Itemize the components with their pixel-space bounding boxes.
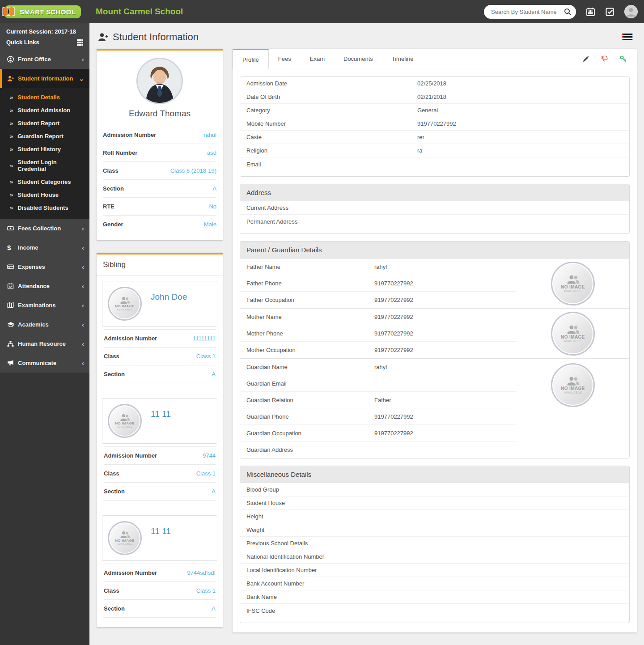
detail-row: Guardian Phone 919770227992 — [240, 408, 517, 425]
misc-list: Blood Group Student House He — [240, 483, 629, 617]
tab-fees[interactable]: Fees — [269, 49, 301, 69]
detail-row: Current Address — [240, 201, 629, 215]
detail-row: Guardian Name rahyl — [240, 359, 517, 375]
detail-row: Guardian Address — [240, 441, 517, 458]
sidebar-filler — [0, 373, 89, 645]
detail-row: Student House — [240, 496, 629, 510]
submenu-student-history[interactable]: »Student History — [0, 143, 89, 156]
panel-menu-icon[interactable] — [619, 30, 636, 43]
top-bar: SMART SCHOOL Mount Carmel School — [0, 0, 644, 23]
sibling-detail-list: Admission Number 9744sdfsdf Class Class … — [97, 564, 222, 617]
sibling-name[interactable]: 11 11 — [151, 526, 171, 536]
sibling-detail-list: Admission Number 11111111 Class Class 1 — [97, 329, 222, 383]
sibling-card: Sibling NO IMAGE AVAILABLE — [97, 253, 223, 627]
sibling-name[interactable]: John Doe — [151, 292, 187, 302]
tab-profile[interactable]: Profile — [233, 49, 269, 69]
student-detail-row: Admission Number rahul — [103, 126, 216, 144]
sibling-name[interactable]: 11 11 — [151, 409, 171, 419]
sibling-box[interactable]: NO IMAGE AVAILABLE John Doe — [102, 281, 217, 327]
detail-row: National Identification Number — [240, 550, 629, 564]
divider — [103, 500, 216, 510]
chevron-left-icon: ‹ — [82, 244, 84, 251]
submenu-student-categories[interactable]: »Student Categories — [0, 175, 89, 188]
student-summary-card: Edward Thomas Admission Number rahul Rol… — [97, 49, 223, 240]
sibling-box[interactable]: NO IMAGE AVAILABLE 11 11 — [102, 398, 217, 444]
sidebar-item-human-resource[interactable]: Human Resource ‹ — [0, 334, 89, 353]
misc-box: Miscellaneous Details Blood Group Stud — [240, 466, 630, 623]
submenu-guardian-report[interactable]: »Guardian Report — [0, 130, 89, 143]
login-key-icon[interactable] — [620, 55, 627, 63]
detail-row: Date Of Birth 02/21/2018 — [240, 90, 629, 104]
app-logo[interactable]: SMART SCHOOL — [4, 5, 81, 18]
submenu-student-report[interactable]: »Student Report — [0, 117, 89, 130]
detail-row: Father Name rahyl — [240, 259, 517, 275]
sibling-detail-row: Class Class 1 — [104, 464, 216, 482]
quick-links-grid-icon[interactable] — [77, 39, 83, 46]
graduation-cap-icon — [7, 322, 18, 328]
tab-timeline[interactable]: Timeline — [382, 49, 423, 69]
sibling-detail-row: Section A — [104, 482, 216, 500]
student-detail-list: Admission Number rahul Roll Number asd C… — [97, 126, 223, 233]
detail-row: Previous School Details — [240, 537, 629, 550]
tab-exam[interactable]: Exam — [301, 49, 334, 69]
credit-card-icon — [7, 263, 18, 270]
detail-row: Permanent Address — [240, 215, 629, 228]
double-arrow-icon: » — [10, 146, 13, 153]
task-check-icon[interactable] — [605, 7, 614, 17]
tab-bar: Profile Fees Exam Documents Timeline — [233, 49, 637, 69]
sidebar-item-income[interactable]: $ Income ‹ — [0, 238, 89, 257]
detail-row: Admission Date 02/25/2018 — [240, 77, 629, 90]
detail-row: Father Phone 919770227992 — [240, 275, 517, 292]
sidebar-item-communicate[interactable]: Communicate ‹ — [0, 353, 89, 373]
detail-row: Weight — [240, 523, 629, 537]
tab-documents[interactable]: Documents — [334, 49, 382, 69]
sidebar-item-attendance[interactable]: Attendance ‹ — [0, 276, 89, 296]
double-arrow-icon: » — [10, 191, 13, 198]
detail-row: Mother Phone 919770227992 — [240, 325, 517, 342]
detail-row: Local Identification Number — [240, 564, 629, 577]
sidebar-item-expenses[interactable]: Expenses ‹ — [0, 257, 89, 276]
sibling-entry: NO IMAGE AVAILABLE 11 11 — [97, 393, 223, 510]
submenu-student-details[interactable]: »Student Details — [0, 91, 89, 104]
submenu-student-house[interactable]: »Student House — [0, 188, 89, 201]
user-avatar[interactable] — [624, 5, 638, 18]
quick-links-label: Quick Links — [6, 39, 39, 46]
sibling-detail-row: Admission Number 9744sdfsdf — [104, 564, 216, 581]
dollar-icon: $ — [7, 244, 18, 251]
search-input[interactable] — [491, 8, 564, 15]
double-arrow-icon: » — [10, 94, 13, 101]
guardian-section-title: Parent / Guardian Details — [240, 242, 629, 259]
submenu-student-login-credential[interactable]: »Student Login Credential — [0, 156, 89, 175]
guardian-no-image-placeholder: NO IMAGE AVAILABLE — [551, 363, 595, 407]
fees-collection-icon — [7, 225, 18, 232]
sidebar-item-fees-collection[interactable]: Fees Collection ‹ — [0, 219, 89, 238]
calendar-icon[interactable] — [586, 7, 595, 17]
guardian-box: Parent / Guardian Details Father Name ra… — [240, 241, 630, 458]
father-no-image-placeholder: NO IMAGE AVAILABLE — [551, 262, 595, 306]
disable-thumbs-down-icon[interactable] — [601, 55, 608, 63]
book-pen-icon — [2, 6, 15, 17]
address-section-title: Address — [240, 184, 629, 201]
edit-pencil-icon[interactable] — [582, 55, 589, 63]
sibling-detail-list: Admission Number 9744 Class Class 1 — [97, 446, 222, 500]
search-icon[interactable] — [564, 8, 572, 16]
student-photo — [136, 58, 183, 104]
detail-row: Mother Name 919770227992 — [240, 309, 517, 325]
chevron-left-icon: ‹ — [82, 360, 84, 367]
detail-row: Mother Occupation 919770227992 — [240, 342, 517, 358]
chevron-down-icon: ⌄ — [79, 75, 84, 82]
sidebar-item-academics[interactable]: Academics ‹ — [0, 315, 89, 334]
sibling-detail-row: Admission Number 11111111 — [104, 329, 216, 347]
student-detail-row: Class Class 6 (2018-19) — [103, 161, 216, 179]
detail-row: Height — [240, 510, 629, 523]
submenu-disabled-students[interactable]: »Disabled Students — [0, 201, 89, 214]
sibling-box[interactable]: NO IMAGE AVAILABLE 11 11 — [102, 515, 217, 561]
calendar-check-icon — [7, 283, 18, 289]
student-profile-panel: Profile Fees Exam Documents Timeline — [233, 49, 637, 632]
sidebar-item-student-information[interactable]: Student Information ⌄ — [0, 69, 89, 88]
sidebar-item-examinations[interactable]: Examinations ‹ — [0, 296, 89, 315]
sidebar-item-front-office[interactable]: Front Office ‹ — [0, 50, 89, 69]
user-plus-icon — [97, 32, 109, 42]
page-title: Student Information — [97, 31, 199, 43]
submenu-student-admission[interactable]: »Student Admission — [0, 104, 89, 117]
